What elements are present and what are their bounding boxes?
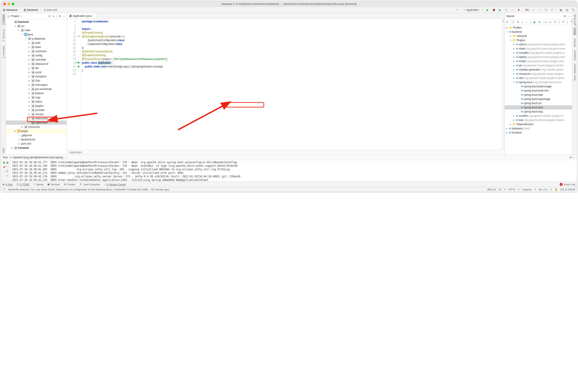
- stop-run-icon[interactable]: ■: [3, 165, 5, 169]
- toolwin-maven[interactable]: mMaven: [573, 27, 577, 35]
- tree-dir-i18n[interactable]: ▶▣i18n: [6, 79, 67, 83]
- toolwin-database[interactable]: Database: [573, 50, 576, 61]
- tree-iml[interactable]: backend.iml: [21, 138, 35, 141]
- tool-vcs[interactable]: 9: Version Control: [107, 183, 126, 186]
- mv-backend[interactable]: backend: [512, 30, 522, 33]
- toolwin-favorites[interactable]: 2: Favorites: [2, 45, 5, 58]
- crumb-root[interactable]: dataease: [6, 8, 17, 11]
- tree-dir-dto[interactable]: ▶▣dto: [6, 66, 67, 70]
- mv-surefire[interactable]: surefire: [519, 114, 528, 117]
- tree-dir-plugins[interactable]: ▶▣plugins: [6, 104, 67, 108]
- wrap-icon[interactable]: ↲: [6, 174, 8, 177]
- tool-terminal[interactable]: Terminal: [50, 183, 60, 186]
- toggle-offline-icon[interactable]: ⟷: [543, 21, 547, 24]
- settings-icon[interactable]: ✿: [59, 15, 61, 18]
- tree-pkg[interactable]: io.dataease: [32, 37, 45, 40]
- close-run-tab-icon[interactable]: ×: [66, 156, 68, 159]
- tool-docker[interactable]: Docker: [67, 183, 75, 186]
- stop-icon[interactable]: ■: [517, 8, 521, 12]
- encoding[interactable]: UTF-8: [508, 188, 515, 191]
- layout-run-icon[interactable]: ⬚: [6, 165, 8, 169]
- breadcrumb-bar[interactable]: Application: [67, 150, 505, 155]
- indent[interactable]: 4 spaces: [522, 188, 532, 191]
- tree-dir-provider[interactable]: ▶▣provider: [6, 108, 67, 112]
- mv-plugins[interactable]: Plugins: [517, 39, 525, 42]
- lock-icon[interactable]: 🔓: [555, 188, 558, 191]
- tree-backend[interactable]: backend: [18, 20, 29, 23]
- mv-frontend[interactable]: frontend: [512, 131, 522, 134]
- toolwin-web[interactable]: Web: [2, 148, 5, 153]
- mv-plugin-antrun[interactable]: ▶mantrun (org.apache.maven.plugins:mav: [505, 42, 572, 46]
- generate-sources-icon[interactable]: 📑: [511, 21, 514, 24]
- mv-deps[interactable]: Dependencies: [517, 123, 533, 126]
- mv-profiles[interactable]: Profiles: [513, 26, 522, 29]
- mv-goal-spring-boot-start[interactable]: mspring-boot:start: [505, 105, 572, 109]
- maven-hide-icon[interactable]: —: [568, 15, 570, 18]
- down-icon[interactable]: ↓: [3, 174, 5, 177]
- tree-dir-excel[interactable]: ▶▣excel: [6, 70, 67, 74]
- run-icon[interactable]: ▶: [485, 8, 489, 12]
- tree-src[interactable]: src: [21, 25, 25, 28]
- run-tab[interactable]: backend [org.springframework.boot:spring…: [13, 156, 65, 159]
- tree-java[interactable]: java: [28, 33, 33, 36]
- mv-plugin-clean[interactable]: ▶mclean (org.apache.maven.plugins:mave: [505, 46, 572, 51]
- tool-todo[interactable]: 6: TODO: [20, 183, 29, 186]
- profile-icon[interactable]: ◯: [504, 8, 508, 12]
- mv-goal-spring-boot-build-info[interactable]: mspring-boot:build-info: [505, 88, 572, 93]
- print-icon[interactable]: ☰: [6, 170, 8, 173]
- tree-gitignore[interactable]: .gitignore: [21, 134, 32, 137]
- up-icon[interactable]: ↑: [3, 170, 5, 173]
- revert-icon[interactable]: ↶: [550, 8, 554, 12]
- search-icon[interactable]: 🔍: [571, 8, 575, 12]
- tree-dir-config[interactable]: ▶▣config: [6, 53, 67, 57]
- tree-dir-controller[interactable]: ▶▣controller: [6, 57, 67, 62]
- run-config-selector[interactable]: ⟳Application: [462, 8, 483, 12]
- tree-dir-map[interactable]: ▶▣map: [6, 95, 67, 99]
- minimize-icon[interactable]: [7, 3, 10, 5]
- mv-goal-spring-boot-help[interactable]: mspring-boot:help: [505, 93, 572, 97]
- mv-plugin-resources[interactable]: ▶mresources (org.apache.maven.plugins:: [505, 72, 572, 76]
- expand-icon[interactable]: ⇲: [52, 15, 54, 18]
- tree-dir-service[interactable]: ▶▣service: [6, 112, 67, 116]
- download-icon[interactable]: ⬇: [517, 21, 519, 24]
- tree-dir-websocket[interactable]: ▶▣websocket: [6, 116, 67, 121]
- toolwin-structure[interactable]: 2: Structure: [2, 29, 5, 42]
- mv-goal-spring-boot-build-image[interactable]: mspring-boot:build-image: [505, 84, 572, 88]
- status-message[interactable]: Dockerfile detection: You may setup Dock…: [8, 188, 169, 191]
- tab-application[interactable]: c Application.java ×: [67, 13, 96, 19]
- status-icon[interactable]: ☐: [3, 188, 5, 191]
- caret-pos[interactable]: 268:113: [487, 188, 496, 191]
- mv-plugin-site[interactable]: ▶msite (org.apache.maven.plugins:maven: [505, 76, 572, 80]
- maven-goal-icon[interactable]: m: [538, 20, 540, 24]
- mv-plugin-install[interactable]: ▶minstall (org.apache.maven.plugins:mav: [505, 59, 572, 63]
- rerun-icon[interactable]: ▶: [3, 161, 5, 164]
- add-icon[interactable]: ＋: [525, 20, 528, 24]
- toolwin-project[interactable]: 1: Project: [2, 14, 5, 25]
- run-maven-icon[interactable]: ▶: [534, 21, 536, 24]
- tree-dir-datasource[interactable]: ▶▣datasource: [6, 62, 67, 66]
- git-branch[interactable]: Git: v1.1: [539, 188, 548, 191]
- target-icon[interactable]: ▣: [6, 161, 9, 164]
- tree-target[interactable]: target: [21, 130, 28, 133]
- tree-dir-exception[interactable]: ▶▣exception: [6, 74, 67, 79]
- tree-dir-listener[interactable]: ▶▣listener: [6, 91, 67, 95]
- back-icon[interactable]: ↶: [455, 8, 459, 12]
- reimport-icon[interactable]: ⟳: [506, 21, 508, 24]
- toolwin-bean[interactable]: Bean Validation: [573, 64, 576, 81]
- skip-tests-icon[interactable]: ●: [550, 21, 551, 24]
- zoom-icon[interactable]: [12, 3, 14, 5]
- tree-resources[interactable]: resources: [28, 125, 40, 129]
- tree-main[interactable]: main: [25, 29, 30, 32]
- hide-icon[interactable]: —: [63, 15, 65, 18]
- tree-dir-job.sechedule[interactable]: ▶▣job.sechedule: [6, 87, 67, 91]
- maven-settings-icon[interactable]: ✿: [564, 15, 566, 18]
- tree-dir-interceptor[interactable]: ▶▣interceptor: [6, 83, 67, 87]
- tool-javaee[interactable]: Java Enterprise: [83, 183, 100, 186]
- layout-icon[interactable]: ▣: [559, 8, 563, 12]
- code-area[interactable]: 1231112⟳13141516171819⟳▶20▶2324 package …: [67, 19, 505, 150]
- maven-tree[interactable]: ▶📁Profiles ▼mbackend ▶📁Lifecycle ▼📁Plugi…: [505, 25, 572, 155]
- error-stripe[interactable]: ✔: [502, 19, 505, 150]
- tree-dir-commons[interactable]: ▶▣commons: [6, 49, 67, 53]
- run-hide-icon[interactable]: —: [573, 156, 575, 159]
- project-tree[interactable]: ▣backend ▼▣src ▼▣main ▼▣java ▼▣io.dataea…: [6, 19, 67, 155]
